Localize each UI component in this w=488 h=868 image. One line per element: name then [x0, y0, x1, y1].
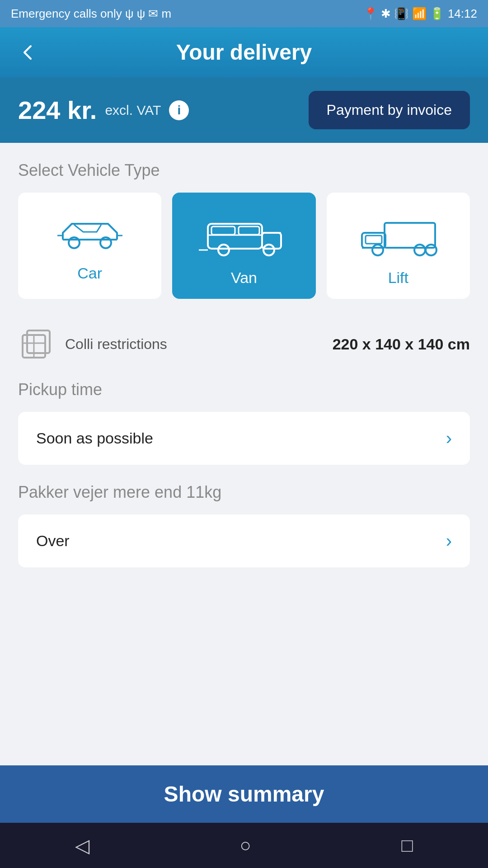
- pakker-value: Over: [36, 532, 70, 550]
- price-bar: 224 kr. excl. VAT i Payment by invoice: [0, 77, 488, 143]
- status-bar: Emergency calls only ψ ψ ✉ m 📍 ✱ 📳 📶 🔋 1…: [0, 0, 488, 27]
- colli-size: 220 x 140 x 140 cm: [333, 335, 470, 353]
- colli-restrictions-row: Colli restrictions 220 x 140 x 140 cm: [18, 317, 470, 371]
- vehicle-section-label: Select Vehicle Type: [18, 161, 470, 180]
- back-button[interactable]: [18, 42, 38, 62]
- nav-bar: ◁ ○ □: [0, 823, 488, 868]
- vehicle-van-label: Van: [231, 269, 257, 287]
- car-icon: [49, 210, 131, 255]
- payment-by-invoice-button[interactable]: Payment by invoice: [309, 91, 470, 129]
- nav-back-icon[interactable]: ◁: [75, 835, 89, 857]
- pickup-time-value: Soon as possible: [36, 429, 153, 447]
- svg-rect-22: [27, 330, 50, 353]
- info-icon[interactable]: i: [169, 100, 189, 120]
- vehicle-car-label: Car: [77, 264, 102, 282]
- header: Your delivery: [0, 27, 488, 77]
- nav-home-icon[interactable]: ○: [240, 835, 251, 856]
- page-title: Your delivery: [176, 40, 312, 65]
- svg-point-19: [426, 245, 436, 255]
- svg-rect-10: [211, 226, 235, 235]
- vehicle-card-car[interactable]: Car: [18, 193, 161, 299]
- nav-recents-icon[interactable]: □: [401, 835, 413, 856]
- svg-rect-16: [366, 236, 382, 244]
- status-icons: 📍 ✱ 📳 📶 🔋: [363, 7, 444, 21]
- colli-label: Colli restrictions: [65, 336, 322, 353]
- bottom-bar: Show summary: [0, 765, 488, 823]
- vehicle-card-van[interactable]: Van: [172, 193, 315, 299]
- status-right: 📍 ✱ 📳 📶 🔋 14:12: [363, 7, 477, 21]
- lift-icon: [353, 210, 443, 260]
- status-time: 14:12: [448, 7, 477, 21]
- pakker-label: Pakker vejer mere end 11kg: [18, 483, 470, 502]
- main-content: Select Vehicle Type Car: [0, 143, 488, 765]
- status-left: Emergency calls only ψ ψ ✉ m: [11, 7, 171, 21]
- van-icon: [199, 210, 289, 260]
- price-area: 224 kr. excl. VAT i: [18, 95, 189, 125]
- pickup-time-label: Pickup time: [18, 380, 470, 399]
- pickup-time-section: Pickup time Soon as possible ›: [18, 380, 470, 465]
- svg-point-17: [372, 245, 383, 255]
- vehicle-lift-label: Lift: [388, 269, 408, 287]
- pakker-section: Pakker vejer mere end 11kg Over ›: [18, 483, 470, 567]
- chevron-right-icon: ›: [446, 428, 452, 448]
- svg-rect-14: [385, 223, 435, 248]
- colli-icon: [18, 326, 54, 362]
- svg-point-18: [414, 245, 425, 255]
- svg-point-7: [218, 245, 229, 255]
- vehicle-section: Select Vehicle Type Car: [18, 161, 470, 299]
- vehicle-card-lift[interactable]: Lift: [327, 193, 470, 299]
- show-summary-button[interactable]: Show summary: [164, 782, 324, 807]
- pakker-item[interactable]: Over ›: [18, 514, 470, 567]
- pickup-time-item[interactable]: Soon as possible ›: [18, 412, 470, 465]
- svg-rect-11: [239, 226, 259, 235]
- svg-point-8: [263, 245, 274, 255]
- price-amount: 224 kr.: [18, 95, 97, 125]
- price-vat-label: excl. VAT: [105, 103, 161, 118]
- chevron-right-icon-2: ›: [446, 531, 452, 551]
- vehicle-grid: Car Van: [18, 193, 470, 299]
- status-left-text: Emergency calls only ψ ψ ✉ m: [11, 7, 171, 21]
